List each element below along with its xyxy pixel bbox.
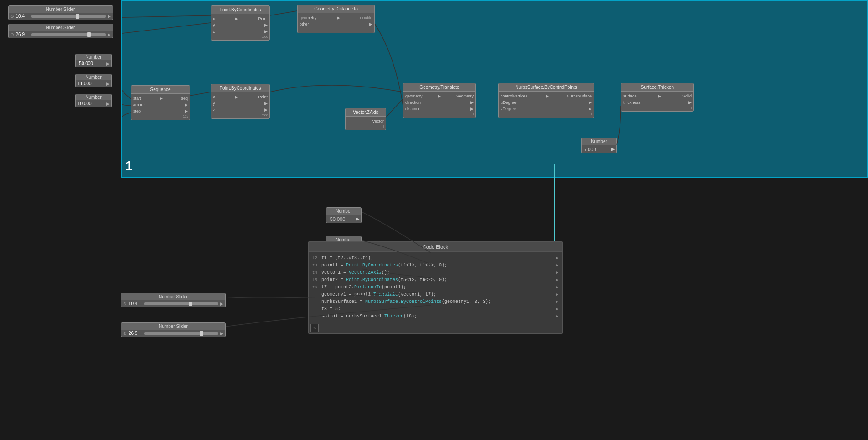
bottom-slider-down-2[interactable]: ⊙	[123, 331, 127, 336]
blue-group: 1 Point.ByCoordinates x ▶ Point y ▶ z ▶ …	[121, 0, 868, 178]
node-geometry-distance-to[interactable]: Geometry.DistanceTo geometry ▶ double ot…	[297, 5, 375, 33]
node-nurbs-surface-by-control-points[interactable]: NurbsSurface.ByControlPoints controlVert…	[498, 83, 594, 118]
code-line-2: t3 point1 = Point.ByCoordinates(t1<1>, t…	[312, 262, 558, 269]
node-sequence[interactable]: Sequence start ▶ seq amount ▶ step ▶ 11\	[131, 85, 190, 120]
code-text-5: t7 = point2.DistanceTo(point1);	[321, 284, 554, 291]
number-slider-2[interactable]: Number Slider ⊙ 26.9 ▶	[8, 24, 113, 38]
bottom-slider-title-1: Number Slider	[121, 293, 225, 300]
vza-footer: l	[347, 124, 384, 128]
slider-down-arrow-1[interactable]: ⊙	[10, 14, 14, 19]
port-y-1: y	[213, 23, 215, 27]
code-out-2[interactable]: ▶	[556, 262, 558, 269]
node-title-seq: Sequence	[131, 86, 190, 94]
node-title-gt: Geometry.Translate	[403, 83, 475, 92]
main-canvas: 1 Point.ByCoordinates x ▶ Point y ▶ z ▶ …	[121, 0, 868, 440]
node-title-nbcp: NurbsSurface.ByControlPoints	[499, 83, 594, 92]
code-out-9[interactable]: ▶	[556, 313, 558, 320]
bottom-slider-track-2[interactable]	[144, 332, 218, 335]
code-line-8: t8 = 5; ▶	[312, 306, 558, 313]
number-slider-1[interactable]: Number Slider ⊙ 10.4 ▶	[8, 5, 113, 20]
code-out-5[interactable]: ▶	[556, 284, 558, 291]
slider-right-arrow-1[interactable]: ▶	[108, 14, 111, 19]
bottom-slider-thumb-1[interactable]	[189, 302, 192, 306]
number-node-arrow-3[interactable]: ▶	[106, 102, 109, 106]
number-node-5: Number 5.000 ▶	[581, 138, 617, 153]
number-node-3: Number 10.000 ▶	[75, 94, 112, 107]
slider-title-2: Number Slider	[9, 24, 113, 31]
code-line-5: t6 t7 = point2.DistanceTo(point1); ▶	[312, 284, 558, 291]
st-footer: l	[623, 106, 692, 110]
bottom-slider-value-1: 10.4	[129, 301, 142, 306]
bottom-slider-thumb-2[interactable]	[200, 331, 203, 336]
vertical-connector	[554, 164, 555, 248]
code-out-7[interactable]: ▶	[556, 299, 558, 305]
port-thickness-st: thickness	[623, 100, 641, 105]
port-step-seq: step	[133, 109, 141, 113]
bottom-slider-2[interactable]: Number Slider ⊙ 26.9 ▶	[121, 322, 226, 337]
port-vdegree-nbcp: vDegree	[501, 107, 516, 111]
port-x-2: x	[213, 95, 215, 99]
bottom-slider-arrow-right-1[interactable]: ▶	[220, 302, 223, 306]
code-out-3[interactable]: ▶	[556, 270, 558, 276]
port-point-1: Point	[258, 16, 268, 21]
node-surface-thicken[interactable]: Surface.Thicken surface ▶ Solid thicknes…	[621, 83, 694, 112]
number-node-value-3: 10.000	[78, 101, 92, 106]
port-start-seq: start	[133, 96, 141, 101]
slider-down-arrow-2[interactable]: ⊙	[10, 32, 14, 37]
code-block-body: t2 t1 = (t2..#t3..t4); ▶ t3 point1 = Poi…	[309, 252, 562, 323]
bottom-slider-1[interactable]: Number Slider ⊙ 10.4 ▶	[121, 293, 226, 307]
code-text-7: nurbsSurface1 = NurbsSurface.ByControlPo…	[321, 298, 554, 306]
code-text-6: geometry1 = point1.Translate(vector1, t7…	[321, 291, 554, 298]
node-vector-zaxis[interactable]: Vector.ZAxis Vector l	[345, 108, 386, 130]
number-node-arrow-1[interactable]: ▶	[106, 61, 109, 66]
port-nurbs-out: NurbsSurface	[567, 94, 592, 98]
slider-title-1: Number Slider	[9, 6, 113, 13]
port-vector-vza: Vector	[372, 119, 384, 123]
port-direction-gt: direction	[405, 100, 421, 105]
slider-right-arrow-2[interactable]: ▶	[108, 32, 111, 37]
slider-track-1[interactable]	[31, 15, 106, 18]
bottom-slider-track-1[interactable]	[144, 302, 218, 305]
code-text-1: t1 = (t2..#t3..t4);	[321, 255, 554, 262]
num5-title: Number	[582, 138, 616, 145]
code-out-6[interactable]: ▶	[556, 292, 558, 298]
port-amount-seq: amount	[133, 102, 147, 107]
gdt-footer: l	[300, 27, 372, 31]
code-block-icon[interactable]: ✎	[310, 324, 319, 332]
number-node-value-2: 11.000	[78, 81, 92, 86]
code-line-3: t4 vector1 = Vector.ZAxis(); ▶	[312, 269, 558, 276]
num-50-b-title: Number	[326, 208, 361, 215]
number-node-1: Number -50.000 ▶	[75, 54, 112, 67]
code-text-8: t8 = 5;	[321, 306, 554, 313]
bottom-slider-down-1[interactable]: ⊙	[123, 302, 127, 306]
port-geometry-out-gt: Geometry	[455, 94, 474, 98]
number-node-arrow-2[interactable]: ▶	[106, 82, 109, 86]
num-50-b-arrow[interactable]: ▶	[356, 216, 359, 222]
slider-track-2[interactable]	[31, 33, 106, 36]
port-geometry-gdt: geometry	[300, 15, 317, 20]
port-distance-gt: distance	[405, 107, 421, 111]
code-linenum-1: t2	[312, 255, 320, 261]
num5-value: 5.000	[584, 147, 596, 152]
left-panel: Number Slider ⊙ 10.4 ▶ Number Slider ⊙ 2…	[0, 0, 121, 440]
node-geometry-translate[interactable]: Geometry.Translate geometry ▶ Geometry d…	[403, 83, 476, 118]
slider-thumb-1[interactable]	[76, 14, 79, 19]
bottom-slider-title-2: Number Slider	[121, 323, 225, 330]
number-node-2: Number 11.000 ▶	[75, 74, 112, 87]
code-out-1[interactable]: ▶	[556, 255, 558, 261]
num5-arrow[interactable]: ▶	[611, 146, 615, 152]
code-line-9: solid1 = nurbsSurface1.Thicken(t8); ▶	[312, 313, 558, 320]
port-udegree-nbcp: uDegree	[501, 100, 517, 105]
node-title-gdt: Geometry.DistanceTo	[298, 5, 374, 13]
node-point-by-coords-2[interactable]: Point.ByCoordinates x ▶ Point y ▶ z ▶ xx…	[211, 84, 270, 119]
port-other-gdt: other	[300, 22, 309, 26]
port-geometry-gt: geometry	[405, 94, 423, 98]
code-out-8[interactable]: ▶	[556, 306, 558, 312]
bottom-slider-arrow-right-2[interactable]: ▶	[220, 331, 223, 336]
number-node-title-3: Number	[76, 94, 111, 100]
code-linenum-3: t4	[312, 270, 320, 276]
slider-thumb-2[interactable]	[87, 32, 91, 37]
code-out-4[interactable]: ▶	[556, 277, 558, 283]
node-title-st: Surface.Thicken	[621, 83, 693, 92]
node-point-by-coords-1[interactable]: Point.ByCoordinates x ▶ Point y ▶ z ▶ xx…	[211, 5, 270, 41]
